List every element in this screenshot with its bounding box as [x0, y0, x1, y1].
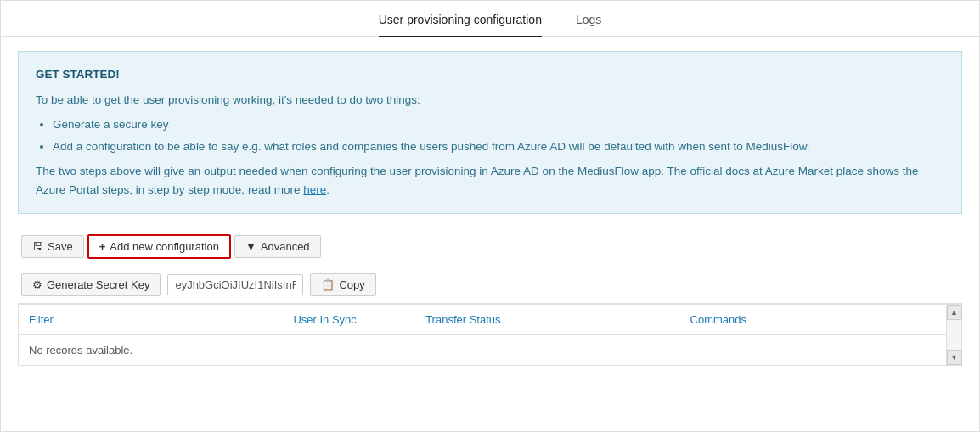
- scrollbar[interactable]: ▲ ▼: [946, 305, 961, 365]
- info-box-title: GET STARTED!: [36, 65, 944, 84]
- table-header: Filter User In Sync Transfer Status Comm…: [19, 305, 961, 335]
- info-box-intro: To be able to get the user provisioning …: [36, 91, 944, 109]
- advanced-button[interactable]: ▼ Advanced: [234, 235, 321, 258]
- copy-icon: 📋: [321, 278, 335, 291]
- copy-button[interactable]: 📋 Copy: [310, 273, 375, 296]
- gear-icon: ⚙: [32, 278, 42, 291]
- add-config-label: Add new configuration: [110, 240, 219, 253]
- info-box: GET STARTED! To be able to get the user …: [18, 51, 962, 214]
- table-body-empty: No records available.: [19, 335, 961, 365]
- scroll-up-arrow[interactable]: ▲: [947, 305, 962, 320]
- add-new-configuration-button[interactable]: + Add new configuration: [87, 234, 231, 259]
- info-box-list: Generate a secure key Add a configuratio…: [53, 115, 944, 155]
- info-box-bullet-1: Generate a secure key: [53, 115, 944, 134]
- here-link[interactable]: here: [303, 183, 326, 196]
- secret-key-row: ⚙ Generate Secret Key 📋 Copy: [18, 266, 962, 304]
- page-wrapper: User provisioning configuration Logs GET…: [0, 0, 980, 432]
- table-container: Filter User In Sync Transfer Status Comm…: [18, 304, 962, 366]
- content-area: GET STARTED! To be able to get the user …: [1, 37, 979, 379]
- copy-label: Copy: [339, 278, 364, 291]
- column-filter: Filter: [19, 305, 283, 334]
- save-button[interactable]: 🖫 Save: [21, 235, 84, 258]
- column-commands: Commands: [680, 305, 944, 334]
- column-user-in-sync: User In Sync: [283, 305, 415, 334]
- column-transfer-status: Transfer Status: [415, 305, 679, 334]
- generate-secret-key-button[interactable]: ⚙ Generate Secret Key: [21, 273, 161, 296]
- advanced-label: Advanced: [261, 240, 310, 253]
- tab-user-provisioning[interactable]: User provisioning configuration: [379, 13, 542, 36]
- info-box-bullet-2: Add a configuration to be able to say e.…: [53, 137, 944, 156]
- generate-key-label: Generate Secret Key: [47, 278, 149, 291]
- toolbar: 🖫 Save + Add new configuration ▼ Advance…: [18, 227, 962, 266]
- tab-logs[interactable]: Logs: [576, 13, 601, 36]
- secret-key-input[interactable]: [167, 274, 303, 295]
- save-label: Save: [48, 240, 73, 253]
- plus-icon: +: [99, 240, 106, 253]
- scroll-down-arrow[interactable]: ▼: [947, 350, 962, 365]
- tabs-header: User provisioning configuration Logs: [1, 1, 979, 37]
- info-box-footer: The two steps above will give an output …: [36, 162, 944, 199]
- advanced-arrow-icon: ▼: [245, 240, 256, 253]
- save-icon: 🖫: [32, 240, 43, 253]
